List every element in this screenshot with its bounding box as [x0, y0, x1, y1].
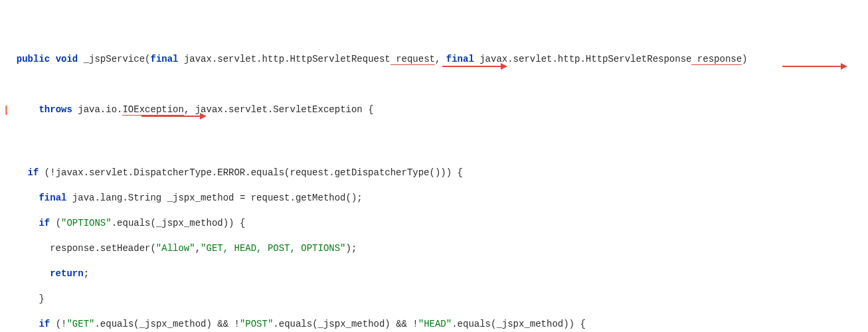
code-line-10[interactable]: if (!"GET".equals(_jspx_method) && !"POS…	[5, 318, 868, 331]
gutter-marker-icon	[5, 106, 7, 115]
keyword-public: public	[17, 54, 50, 64]
svg-marker-3	[841, 63, 847, 70]
arrow-icon	[782, 61, 849, 72]
code-line-4[interactable]: if (!javax.servlet.DispatcherType.ERROR.…	[5, 167, 868, 179]
code-line-5[interactable]: final java.lang.String _jspx_method = re…	[5, 192, 868, 205]
code-line-6[interactable]: if ("OPTIONS".equals(_jspx_method)) {	[5, 217, 868, 230]
keyword-throws: throws	[39, 104, 72, 115]
param-request: request	[391, 54, 435, 65]
type-ioexception: IOException	[122, 104, 183, 116]
code-line-9[interactable]: }	[5, 293, 868, 305]
code-line-8[interactable]: return;	[5, 268, 868, 280]
code-line-2[interactable]: throws java.io.IOException, javax.servle…	[5, 104, 868, 129]
code-line-1[interactable]: public void _jspService(final javax.serv…	[5, 53, 868, 91]
keyword-void: void	[56, 54, 78, 64]
code-line-7[interactable]: response.setHeader("Allow","GET, HEAD, P…	[5, 242, 868, 255]
keyword-return: return	[50, 268, 83, 279]
code-line-blank[interactable]	[5, 141, 868, 154]
param-response: response	[691, 54, 742, 65]
